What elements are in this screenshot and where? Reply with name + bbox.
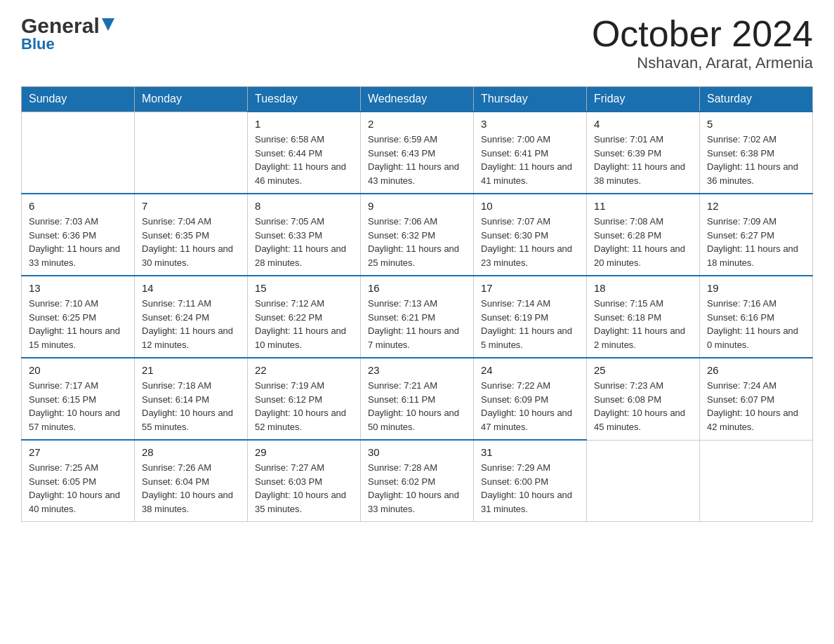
day-info: Sunrise: 7:18 AMSunset: 6:14 PMDaylight:…	[142, 379, 240, 434]
day-number: 31	[481, 446, 579, 458]
calendar-cell: 30Sunrise: 7:28 AMSunset: 6:02 PMDayligh…	[361, 440, 474, 522]
day-info: Sunrise: 7:27 AMSunset: 6:03 PMDaylight:…	[255, 461, 353, 516]
day-info: Sunrise: 7:21 AMSunset: 6:11 PMDaylight:…	[368, 379, 466, 434]
day-number: 2	[368, 118, 466, 130]
calendar-cell: 15Sunrise: 7:12 AMSunset: 6:22 PMDayligh…	[248, 276, 361, 358]
weekday-header-tuesday: Tuesday	[248, 87, 361, 112]
calendar-cell: 6Sunrise: 7:03 AMSunset: 6:36 PMDaylight…	[22, 194, 135, 276]
day-info: Sunrise: 7:24 AMSunset: 6:07 PMDaylight:…	[707, 379, 805, 434]
day-info: Sunrise: 6:58 AMSunset: 6:44 PMDaylight:…	[255, 133, 353, 187]
day-info: Sunrise: 7:13 AMSunset: 6:21 PMDaylight:…	[368, 297, 466, 351]
calendar-cell: 28Sunrise: 7:26 AMSunset: 6:04 PMDayligh…	[135, 440, 248, 522]
day-number: 14	[142, 282, 240, 294]
day-info: Sunrise: 7:23 AMSunset: 6:08 PMDaylight:…	[594, 379, 692, 434]
logo-general-text: General	[21, 14, 100, 38]
day-number: 24	[481, 364, 579, 376]
calendar-cell: 14Sunrise: 7:11 AMSunset: 6:24 PMDayligh…	[135, 276, 248, 358]
day-info: Sunrise: 7:00 AMSunset: 6:41 PMDaylight:…	[481, 133, 579, 187]
calendar-cell: 19Sunrise: 7:16 AMSunset: 6:16 PMDayligh…	[700, 276, 813, 358]
calendar-cell: 13Sunrise: 7:10 AMSunset: 6:25 PMDayligh…	[22, 276, 135, 358]
day-number: 4	[594, 118, 692, 130]
location-subtitle: Nshavan, Ararat, Armenia	[592, 54, 813, 72]
day-number: 20	[29, 364, 127, 376]
day-info: Sunrise: 7:26 AMSunset: 6:04 PMDaylight:…	[142, 461, 240, 516]
weekday-header-monday: Monday	[135, 87, 248, 112]
calendar-cell: 18Sunrise: 7:15 AMSunset: 6:18 PMDayligh…	[587, 276, 700, 358]
day-info: Sunrise: 7:04 AMSunset: 6:35 PMDaylight:…	[142, 215, 240, 269]
calendar-cell: 9Sunrise: 7:06 AMSunset: 6:32 PMDaylight…	[361, 194, 474, 276]
calendar-cell: 21Sunrise: 7:18 AMSunset: 6:14 PMDayligh…	[135, 358, 248, 440]
day-info: Sunrise: 7:06 AMSunset: 6:32 PMDaylight:…	[368, 215, 466, 269]
calendar-cell: 5Sunrise: 7:02 AMSunset: 6:38 PMDaylight…	[700, 112, 813, 194]
day-number: 1	[255, 118, 353, 130]
day-info: Sunrise: 7:09 AMSunset: 6:27 PMDaylight:…	[707, 215, 805, 269]
calendar-week-row: 6Sunrise: 7:03 AMSunset: 6:36 PMDaylight…	[22, 194, 813, 276]
day-info: Sunrise: 7:08 AMSunset: 6:28 PMDaylight:…	[594, 215, 692, 269]
weekday-header-friday: Friday	[587, 87, 700, 112]
calendar-cell: 20Sunrise: 7:17 AMSunset: 6:15 PMDayligh…	[22, 358, 135, 440]
logo: General Blue	[21, 14, 114, 53]
day-number: 30	[368, 446, 466, 458]
calendar-cell: 10Sunrise: 7:07 AMSunset: 6:30 PMDayligh…	[474, 194, 587, 276]
calendar-cell	[135, 112, 248, 194]
calendar-header-row: SundayMondayTuesdayWednesdayThursdayFrid…	[22, 87, 813, 112]
weekday-header-wednesday: Wednesday	[361, 87, 474, 112]
calendar-cell: 27Sunrise: 7:25 AMSunset: 6:05 PMDayligh…	[22, 440, 135, 522]
day-info: Sunrise: 7:28 AMSunset: 6:02 PMDaylight:…	[368, 461, 466, 516]
title-section: October 2024 Nshavan, Ararat, Armenia	[592, 14, 813, 72]
day-info: Sunrise: 7:01 AMSunset: 6:39 PMDaylight:…	[594, 133, 692, 187]
day-info: Sunrise: 7:25 AMSunset: 6:05 PMDaylight:…	[29, 461, 127, 516]
day-number: 27	[29, 446, 127, 458]
day-number: 3	[481, 118, 579, 130]
calendar-cell: 24Sunrise: 7:22 AMSunset: 6:09 PMDayligh…	[474, 358, 587, 440]
day-info: Sunrise: 7:12 AMSunset: 6:22 PMDaylight:…	[255, 297, 353, 351]
logo-blue-text: Blue	[21, 35, 55, 53]
calendar-cell: 17Sunrise: 7:14 AMSunset: 6:19 PMDayligh…	[474, 276, 587, 358]
day-number: 15	[255, 282, 353, 294]
day-number: 10	[481, 200, 579, 212]
day-info: Sunrise: 7:22 AMSunset: 6:09 PMDaylight:…	[481, 379, 579, 434]
calendar-week-row: 20Sunrise: 7:17 AMSunset: 6:15 PMDayligh…	[22, 358, 813, 440]
day-number: 23	[368, 364, 466, 376]
day-info: Sunrise: 6:59 AMSunset: 6:43 PMDaylight:…	[368, 133, 466, 187]
day-number: 19	[707, 282, 805, 294]
calendar-week-row: 1Sunrise: 6:58 AMSunset: 6:44 PMDaylight…	[22, 112, 813, 194]
day-number: 21	[142, 364, 240, 376]
day-info: Sunrise: 7:16 AMSunset: 6:16 PMDaylight:…	[707, 297, 805, 351]
calendar-cell: 12Sunrise: 7:09 AMSunset: 6:27 PMDayligh…	[700, 194, 813, 276]
day-number: 26	[707, 364, 805, 376]
calendar-week-row: 27Sunrise: 7:25 AMSunset: 6:05 PMDayligh…	[22, 440, 813, 522]
day-number: 13	[29, 282, 127, 294]
calendar-cell: 8Sunrise: 7:05 AMSunset: 6:33 PMDaylight…	[248, 194, 361, 276]
day-info: Sunrise: 7:05 AMSunset: 6:33 PMDaylight:…	[255, 215, 353, 269]
day-info: Sunrise: 7:07 AMSunset: 6:30 PMDaylight:…	[481, 215, 579, 269]
calendar-cell: 26Sunrise: 7:24 AMSunset: 6:07 PMDayligh…	[700, 358, 813, 440]
calendar-cell: 25Sunrise: 7:23 AMSunset: 6:08 PMDayligh…	[587, 358, 700, 440]
calendar-cell	[22, 112, 135, 194]
day-number: 9	[368, 200, 466, 212]
day-number: 16	[368, 282, 466, 294]
day-number: 7	[142, 200, 240, 212]
day-info: Sunrise: 7:02 AMSunset: 6:38 PMDaylight:…	[707, 133, 805, 187]
calendar-cell: 4Sunrise: 7:01 AMSunset: 6:39 PMDaylight…	[587, 112, 700, 194]
logo-triangle-icon	[102, 18, 114, 34]
calendar-cell: 3Sunrise: 7:00 AMSunset: 6:41 PMDaylight…	[474, 112, 587, 194]
weekday-header-thursday: Thursday	[474, 87, 587, 112]
day-number: 28	[142, 446, 240, 458]
calendar-cell: 1Sunrise: 6:58 AMSunset: 6:44 PMDaylight…	[248, 112, 361, 194]
day-number: 6	[29, 200, 127, 212]
day-number: 17	[481, 282, 579, 294]
weekday-header-saturday: Saturday	[700, 87, 813, 112]
day-number: 18	[594, 282, 692, 294]
day-number: 11	[594, 200, 692, 212]
month-title: October 2024	[592, 14, 813, 54]
page-header: General Blue October 2024 Nshavan, Arara…	[21, 14, 813, 72]
day-number: 22	[255, 364, 353, 376]
calendar-cell: 29Sunrise: 7:27 AMSunset: 6:03 PMDayligh…	[248, 440, 361, 522]
day-number: 5	[707, 118, 805, 130]
day-info: Sunrise: 7:29 AMSunset: 6:00 PMDaylight:…	[481, 461, 579, 516]
calendar-cell: 11Sunrise: 7:08 AMSunset: 6:28 PMDayligh…	[587, 194, 700, 276]
calendar-cell: 31Sunrise: 7:29 AMSunset: 6:00 PMDayligh…	[474, 440, 587, 522]
svg-marker-0	[102, 18, 114, 31]
day-number: 8	[255, 200, 353, 212]
